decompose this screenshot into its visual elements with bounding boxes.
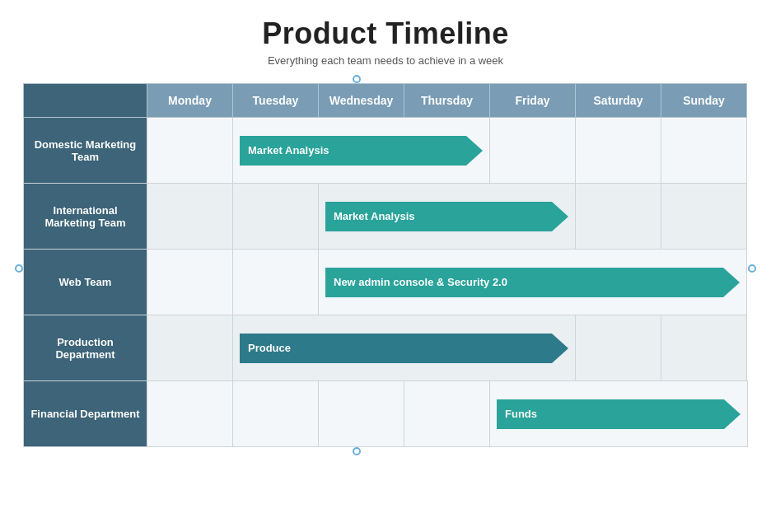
- empty-cell-production-day5: [576, 315, 661, 381]
- empty-cell-domestic-day5: [576, 118, 661, 184]
- task-arrow-web: New admin console & Security 2.0: [325, 268, 740, 297]
- task-cell-web: New admin console & Security 2.0: [319, 250, 747, 315]
- task-arrow-international: Market Analysis: [325, 202, 568, 231]
- header-label-cell: [24, 84, 147, 118]
- empty-cell-international-day1: [233, 184, 319, 250]
- row-international: International Marketing TeamMarket Analy…: [24, 184, 748, 250]
- task-label-international: Market Analysis: [334, 210, 415, 222]
- bottom-connector-dot: [353, 447, 361, 455]
- label-web: Web Team: [24, 250, 147, 315]
- page-subtitle: Everything each team needs to achieve in…: [268, 54, 503, 67]
- right-connector-dot: [748, 264, 756, 273]
- task-cell-financial: Funds: [490, 381, 748, 447]
- empty-cell-web-day1: [233, 250, 319, 315]
- task-arrow-domestic: Market Analysis: [240, 136, 483, 166]
- header-wednesday: Wednesday: [319, 84, 404, 118]
- task-arrow-production: Produce: [240, 334, 568, 363]
- row-financial: Financial DepartmentFunds: [24, 381, 748, 447]
- row-production: Production DepartmentProduce: [24, 315, 748, 381]
- page-title: Product Timeline: [262, 16, 508, 51]
- task-label-domestic: Market Analysis: [248, 144, 329, 156]
- task-label-production: Produce: [248, 342, 291, 354]
- label-text-web: Web Team: [24, 250, 147, 315]
- empty-cell-web-day0: [147, 250, 233, 315]
- row-domestic: Domestic Marketing TeamMarket Analysis: [24, 118, 748, 184]
- task-cell-domestic: Market Analysis: [233, 118, 490, 184]
- header-sunday: Sunday: [661, 84, 747, 118]
- label-text-financial: Financial Department: [24, 381, 147, 446]
- label-text-international: International Marketing Team: [24, 184, 147, 249]
- row-web: Web TeamNew admin console & Security 2.0: [24, 250, 748, 315]
- header-saturday: Saturday: [576, 84, 661, 118]
- label-financial: Financial Department: [24, 381, 147, 447]
- empty-cell-international-day5: [576, 184, 661, 250]
- empty-cell-financial-day2: [319, 381, 404, 447]
- task-arrow-financial: Funds: [497, 399, 741, 429]
- empty-cell-domestic-day6: [661, 118, 747, 184]
- task-cell-international: Market Analysis: [319, 184, 576, 250]
- empty-cell-domestic-day0: [147, 118, 233, 184]
- empty-cell-international-day0: [147, 184, 233, 250]
- empty-cell-international-day6: [661, 184, 747, 250]
- header-friday: Friday: [490, 84, 576, 118]
- empty-cell-production-day0: [147, 315, 233, 381]
- task-label-web: New admin console & Security 2.0: [334, 276, 507, 288]
- header-row: Monday Tuesday Wednesday Thursday Friday…: [24, 84, 748, 118]
- empty-cell-financial-day0: [147, 381, 233, 447]
- left-connector-dot: [15, 264, 23, 273]
- task-label-financial: Funds: [505, 408, 537, 420]
- empty-cell-financial-day1: [233, 381, 319, 447]
- header-thursday: Thursday: [404, 84, 490, 118]
- label-international: International Marketing Team: [24, 184, 147, 250]
- label-domestic: Domestic Marketing Team: [24, 118, 147, 184]
- empty-cell-production-day6: [661, 315, 747, 381]
- timeline-wrapper: Monday Tuesday Wednesday Thursday Friday…: [23, 83, 748, 447]
- label-text-production: Production Department: [24, 315, 147, 380]
- empty-cell-financial-day3: [404, 381, 490, 447]
- timeline-table: Monday Tuesday Wednesday Thursday Friday…: [23, 83, 748, 447]
- header-monday: Monday: [147, 84, 233, 118]
- header-tuesday: Tuesday: [233, 84, 319, 118]
- task-cell-production: Produce: [233, 315, 576, 381]
- label-text-domestic: Domestic Marketing Team: [24, 118, 147, 183]
- empty-cell-domestic-day4: [490, 118, 576, 184]
- top-connector-dot: [353, 75, 361, 83]
- label-production: Production Department: [24, 315, 147, 381]
